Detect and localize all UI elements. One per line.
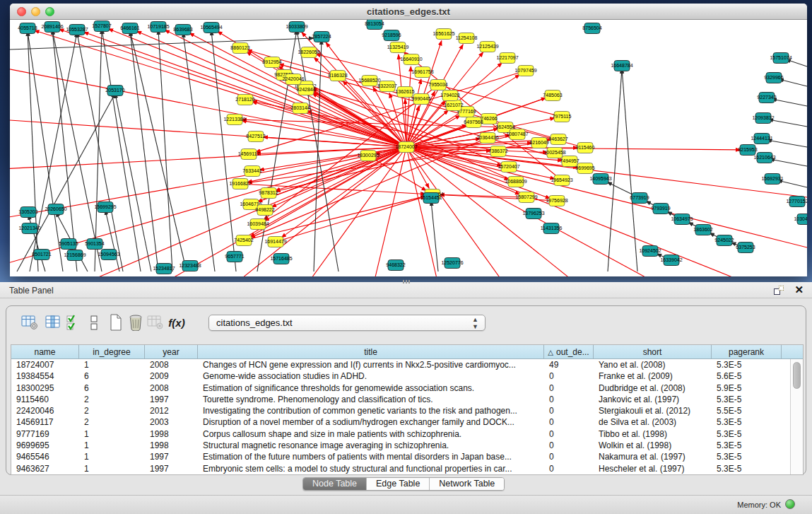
graph-node[interactable]: 12520776 <box>441 258 463 269</box>
graph-node[interactable]: 5901354 <box>85 239 104 250</box>
graph-node[interactable]: 10553287 <box>66 25 88 35</box>
table-row[interactable]: 911546021997Tourette syndrome. Phenomeno… <box>11 394 790 405</box>
graph-node[interactable]: 8427512 <box>246 132 265 142</box>
graph-node[interactable]: 9329966 <box>764 73 783 83</box>
panel-resize-grip[interactable] <box>403 280 410 284</box>
vertical-scrollbar[interactable] <box>790 359 803 474</box>
graph-node[interactable]: 7386372 <box>488 146 507 157</box>
graph-node[interactable]: 16561625 <box>433 29 454 40</box>
table-row[interactable]: 946554611997Estimation of the future num… <box>11 451 790 462</box>
graph-node[interactable]: 12021340 <box>18 223 40 234</box>
tab-edge-table[interactable]: Edge Table <box>367 478 430 490</box>
graph-node[interactable]: 6466161 <box>120 23 139 34</box>
graph-node[interactable]: 18300295 <box>357 151 379 161</box>
graph-node[interactable]: 11325419 <box>387 42 409 53</box>
graph-node[interactable]: 12093832 <box>752 113 774 124</box>
delete-trash-icon[interactable] <box>126 313 145 332</box>
graph-node[interactable]: 11431356 <box>541 223 563 234</box>
graph-node[interactable]: 10924502 <box>639 246 661 257</box>
graph-node[interactable]: 14569117 <box>238 149 260 160</box>
float-restore-icon[interactable] <box>774 286 784 295</box>
tab-network-table[interactable]: Network Table <box>430 478 504 490</box>
graph-node[interactable]: 18724007 <box>395 142 417 153</box>
graph-node[interactable]: 20260650 <box>45 204 66 215</box>
graph-node[interactable]: 1621072 <box>444 100 463 111</box>
graph-node[interactable]: 8186328 <box>328 71 347 81</box>
graph-node[interactable]: 6497568 <box>464 117 483 128</box>
graph-node[interactable]: 2053170 <box>105 86 124 96</box>
graph-node[interactable]: 9793919 <box>651 204 670 214</box>
table-row[interactable]: 1456911722003Disruption of a novel membe… <box>11 416 790 428</box>
window-titlebar[interactable]: citations_edges.txt <box>10 4 807 20</box>
graph-node[interactable]: 6773919 <box>630 193 649 204</box>
graph-node[interactable]: 13796253 <box>522 209 544 219</box>
tab-node-table[interactable]: Node Table <box>303 478 367 490</box>
table-settings-icon[interactable] <box>20 313 39 332</box>
column-header-out-de-[interactable]: △out_de... <box>544 345 594 359</box>
graph-node[interactable]: 15234817 <box>153 264 175 274</box>
graph-node[interactable]: 19756928 <box>546 196 567 206</box>
table-row[interactable]: 946362711997Embryonic stem cells: a mode… <box>11 463 790 474</box>
network-canvas[interactable]: 1872400788601238912954982750318226058105… <box>10 20 807 276</box>
graph-node[interactable]: 8501721 <box>32 250 51 260</box>
graph-node[interactable]: 15699295 <box>94 202 116 213</box>
graph-node[interactable]: 15716485 <box>270 254 292 264</box>
graph-node[interactable]: 11254108 <box>456 33 478 44</box>
graph-node[interactable]: 9699695 <box>575 163 594 174</box>
graph-node[interactable]: 19166827 <box>229 179 251 189</box>
select-all-icon[interactable] <box>64 313 83 332</box>
graph-node[interactable]: 8813054 <box>365 20 384 30</box>
graph-node[interactable]: 9468322 <box>386 260 405 271</box>
graph-node[interactable]: 9242844 <box>296 85 315 95</box>
graph-node[interactable]: 12444131 <box>751 134 772 144</box>
graph-node[interactable]: 9245022 <box>714 235 734 246</box>
column-header-pagerank[interactable]: pagerank <box>712 345 782 359</box>
graph-node[interactable]: 10688609 <box>505 177 526 187</box>
graph-node[interactable]: 4055718 <box>18 23 37 34</box>
graph-node[interactable]: 20891406 <box>41 22 63 33</box>
column-header-in-degree[interactable]: in_degree <box>79 345 145 359</box>
graph-node[interactable]: 1794028 <box>440 90 459 101</box>
graph-node[interactable]: 12770152 <box>786 197 807 207</box>
graph-node[interactable]: 19654923 <box>551 175 572 186</box>
graph-node[interactable]: 10634975 <box>671 214 693 225</box>
graph-node[interactable]: 16039484 <box>247 219 269 230</box>
graph-node[interactable]: 22420046 <box>282 74 304 85</box>
graph-node[interactable]: 12156869 <box>64 250 86 261</box>
show-columns-icon[interactable] <box>44 313 62 332</box>
graph-node[interactable]: 7975115 <box>553 112 572 122</box>
graph-node[interactable]: 9878312 <box>259 188 278 199</box>
graph-node[interactable]: 12217097 <box>496 53 518 64</box>
graph-node[interactable]: 7857224 <box>312 32 331 42</box>
table-selector-dropdown[interactable]: citations_edges.txt ▲▼ <box>208 315 486 331</box>
graph-node[interactable]: 15751074 <box>770 53 792 64</box>
graph-node[interactable]: 1527807 <box>92 21 111 32</box>
table-row[interactable]: 1830029562008Estimation of significance … <box>11 382 790 394</box>
graph-node[interactable]: 8639683 <box>173 25 192 35</box>
graph-node[interactable]: 9227343 <box>757 93 776 103</box>
graph-node[interactable]: 14095943 <box>589 174 611 185</box>
graph-node[interactable]: 16648784 <box>611 61 632 71</box>
graph-node[interactable]: 7955034 <box>428 80 447 90</box>
graph-node[interactable]: 16914479 <box>264 237 286 247</box>
graph-node[interactable]: 7485063 <box>543 90 562 101</box>
graph-node[interactable]: 10807487 <box>506 129 528 140</box>
column-header-name[interactable]: name <box>11 345 79 359</box>
new-document-icon[interactable] <box>107 313 125 332</box>
graph-node[interactable]: 8756504 <box>582 23 601 34</box>
function-builder-icon[interactable]: f(x) <box>167 313 186 332</box>
graph-node[interactable]: 5905135 <box>59 239 78 250</box>
graph-node[interactable]: 15807299 <box>515 192 537 203</box>
graph-node[interactable]: 9657771 <box>225 252 244 262</box>
graph-node[interactable]: 12323488 <box>179 261 201 271</box>
graph-node[interactable]: 1863602 <box>693 225 712 235</box>
graph-node[interactable]: 7425402 <box>234 235 253 246</box>
graph-node[interactable]: 12213389 <box>223 115 245 125</box>
graph-node[interactable]: 746266 <box>481 114 497 124</box>
table-row[interactable]: 977716911998Corpus callosum shape and si… <box>11 428 790 440</box>
graph-node[interactable]: 9990445 <box>411 94 430 105</box>
graph-node[interactable]: 10304864 <box>794 214 807 225</box>
graph-node[interactable]: 8322037 <box>377 81 396 92</box>
graph-node[interactable]: 15692931 <box>761 174 783 185</box>
graph-node[interactable]: 8215953 <box>738 145 757 156</box>
